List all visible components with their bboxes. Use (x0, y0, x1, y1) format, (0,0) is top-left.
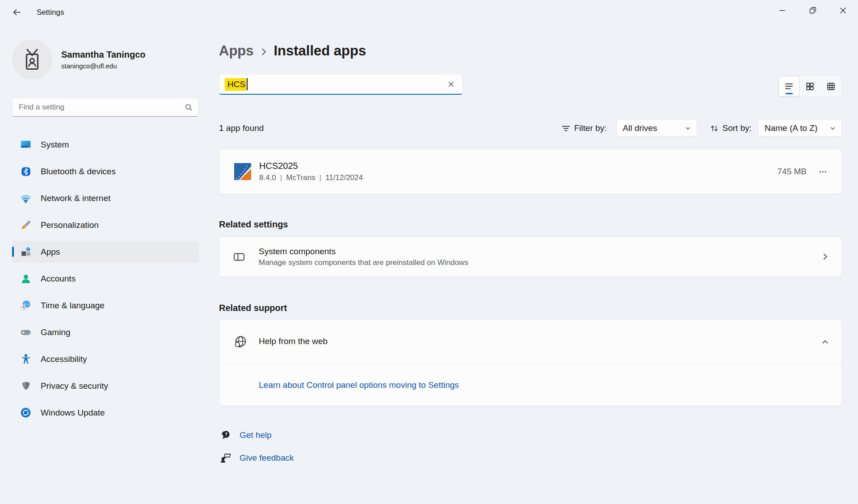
caption-buttons (767, 0, 858, 21)
app-version: 8.4.0 (259, 173, 276, 182)
svg-text:?: ? (225, 431, 228, 437)
chevron-up-icon[interactable] (821, 338, 829, 346)
filter-dropdown[interactable]: All drives (616, 119, 697, 137)
sidebar-item-windows-update[interactable]: Windows Update (12, 402, 199, 424)
tile-view-button[interactable] (799, 76, 820, 97)
sidebar-item-apps[interactable]: Apps (12, 241, 199, 263)
titlebar: Settings (0, 0, 858, 25)
gaming-icon (20, 326, 32, 338)
related-support-heading: Related support (219, 303, 842, 313)
chevron-down-icon (685, 126, 691, 131)
help-expander-header[interactable]: Help from the web (219, 320, 841, 364)
main-content: Apps Installed apps HCS (208, 25, 858, 504)
app-size: 745 MB (778, 167, 807, 176)
sidebar: Samantha Taningco staningco@ufl.edu Syst… (0, 25, 208, 504)
active-view-indicator (786, 93, 793, 94)
sidebar-item-gaming[interactable]: Gaming (12, 321, 199, 343)
clear-icon (448, 81, 454, 88)
sidebar-item-system[interactable]: System (12, 134, 199, 155)
breadcrumb-apps[interactable]: Apps (219, 42, 254, 59)
breadcrumb-chevron-icon (261, 47, 267, 57)
selected-indicator (12, 247, 14, 257)
back-button[interactable] (7, 4, 26, 21)
meta-separator: | (320, 173, 321, 182)
sort-dropdown[interactable]: Name (A to Z) (758, 119, 842, 137)
personalization-icon (20, 219, 32, 231)
text-caret (247, 78, 248, 90)
app-install-date: 11/12/2024 (325, 173, 363, 182)
close-icon (838, 6, 848, 15)
avatar (12, 39, 52, 80)
profile-email: staningco@ufl.edu (61, 62, 146, 70)
shield-icon (20, 380, 32, 392)
sidebar-item-label: System (41, 140, 69, 150)
accessibility-icon (20, 353, 32, 365)
meta-separator: | (280, 173, 282, 182)
footer-links: ? Get help Give feedback (219, 428, 842, 465)
search-icon (184, 103, 193, 113)
windows-update-icon (20, 407, 32, 419)
find-setting-box (12, 98, 199, 117)
system-components-card[interactable]: System components Manage system componen… (219, 236, 842, 277)
list-view-icon (784, 82, 794, 91)
sidebar-item-label: Windows Update (41, 408, 105, 418)
grid-view-button[interactable] (820, 76, 841, 97)
settings-window: Settings Samantha Taningco staningco@uf (0, 0, 858, 504)
help-expander-content: Learn about Control panel options moving… (219, 365, 841, 406)
view-toggle-group (778, 76, 842, 97)
window-title: Settings (37, 8, 64, 17)
sidebar-item-accessibility[interactable]: Accessibility (12, 348, 199, 370)
profile-name: Samantha Taningco (61, 50, 146, 60)
user-profile[interactable]: Samantha Taningco staningco@ufl.edu (12, 39, 208, 80)
find-setting-input[interactable] (12, 98, 199, 117)
filter-label: Filter by: (574, 123, 607, 133)
list-view-button[interactable] (778, 76, 799, 97)
tile-view-icon (805, 82, 815, 91)
sidebar-item-label: Gaming (41, 328, 71, 337)
system-components-title: System components (259, 247, 468, 256)
get-help-link[interactable]: Get help (240, 430, 272, 440)
bluetooth-icon (20, 165, 32, 177)
results-count: 1 app found (219, 123, 264, 133)
sidebar-item-bluetooth-devices[interactable]: Bluetooth & devices (12, 160, 199, 182)
app-name: HCS2025 (259, 161, 363, 171)
chevron-right-icon (821, 253, 829, 260)
sidebar-item-time-language[interactable]: Time & language (12, 294, 199, 316)
sidebar-item-network-internet[interactable]: Network & internet (12, 187, 199, 209)
get-help-row: ? Get help (219, 428, 842, 442)
sidebar-item-accounts[interactable]: Accounts (12, 268, 199, 290)
ellipsis-icon (819, 168, 827, 176)
close-button[interactable] (828, 0, 858, 21)
sort-label: Sort by: (723, 123, 752, 133)
app-row-hcs2025: HCS2025 8.4.0|McTrans|11/12/2024 745 MB (219, 149, 842, 194)
give-feedback-link[interactable]: Give feedback (240, 453, 294, 463)
id-badge-icon (21, 48, 43, 71)
maximize-restore-button[interactable] (797, 0, 828, 21)
minimize-button[interactable] (767, 0, 797, 21)
restore-icon (808, 6, 817, 15)
breadcrumb: Apps Installed apps (219, 42, 842, 59)
sidebar-item-label: Accounts (41, 274, 76, 284)
give-feedback-row: Give feedback (219, 451, 842, 465)
sidebar-item-personalization[interactable]: Personalization (12, 214, 199, 236)
sidebar-item-privacy-security[interactable]: Privacy & security (12, 375, 199, 397)
sidebar-item-label: Apps (41, 247, 60, 257)
sidebar-item-label: Privacy & security (41, 381, 108, 391)
more-options-button[interactable] (814, 163, 832, 181)
sidebar-item-label: Bluetooth & devices (41, 167, 116, 176)
give-feedback-icon (220, 452, 231, 464)
app-search-input[interactable]: HCS (219, 74, 463, 95)
sidebar-item-label: Time & language (41, 301, 105, 311)
control-panel-link[interactable]: Learn about Control panel options moving… (259, 380, 459, 390)
time-language-icon (20, 299, 32, 311)
breadcrumb-current: Installed apps (274, 42, 366, 59)
sort-icon (710, 124, 719, 133)
apps-icon (20, 246, 32, 258)
wifi-icon (20, 192, 32, 204)
clear-search-button[interactable] (444, 78, 458, 91)
sidebar-item-label: Network & internet (41, 193, 110, 203)
results-row: 1 app found Filter by: All drives Sort b… (219, 119, 842, 137)
system-components-icon (233, 251, 252, 263)
minimize-icon (778, 6, 787, 15)
back-arrow-icon (12, 8, 21, 17)
